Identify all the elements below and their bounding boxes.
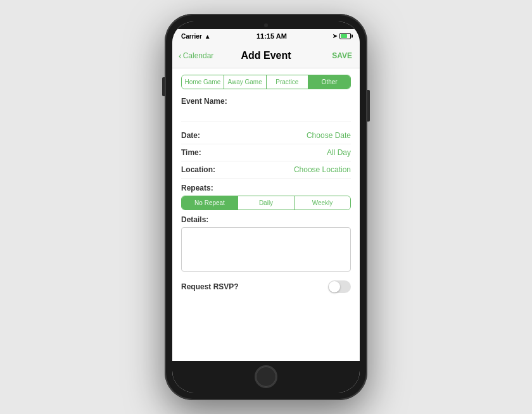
phone-device: Carrier ▲ 11:15 AM ➤ ‹ Calendar Add Even… [165, 14, 367, 400]
nav-bar: ‹ Calendar Add Event SAVE [172, 43, 360, 68]
carrier-text: Carrier [181, 33, 202, 40]
status-right: ➤ [332, 33, 351, 39]
tab-practice[interactable]: Practice [267, 75, 309, 89]
tab-away-game[interactable]: Away Game [224, 75, 267, 89]
back-label: Calendar [183, 51, 214, 60]
status-left: Carrier ▲ [181, 33, 211, 40]
phone-screen: Carrier ▲ 11:15 AM ➤ ‹ Calendar Add Even… [172, 22, 360, 392]
event-name-label: Event Name: [181, 97, 351, 106]
details-label: Details: [181, 215, 351, 224]
details-input[interactable] [181, 227, 351, 272]
battery-fill [341, 34, 347, 38]
date-value: Choose Date [307, 131, 351, 140]
tab-weekly[interactable]: Weekly [294, 196, 350, 210]
location-label: Location: [181, 165, 215, 174]
repeats-label: Repeats: [181, 184, 351, 192]
repeats-row: Repeats: No Repeat Daily Weekly [181, 184, 351, 210]
tab-daily[interactable]: Daily [238, 196, 294, 210]
battery-icon [339, 33, 351, 39]
wifi-icon: ▲ [205, 33, 211, 40]
rsvp-row: Request RSVP? [181, 280, 351, 293]
details-row: Details: [181, 215, 351, 274]
status-bar: Carrier ▲ 11:15 AM ➤ [172, 29, 360, 43]
page-title: Add Event [241, 50, 291, 61]
back-chevron-icon: ‹ [179, 51, 182, 61]
tab-other[interactable]: Other [308, 75, 350, 89]
tab-no-repeat[interactable]: No Repeat [182, 196, 238, 210]
time-value: All Day [327, 148, 351, 157]
save-button[interactable]: SAVE [332, 51, 352, 60]
home-button-area [172, 361, 360, 392]
form-content: Home Game Away Game Practice Other Event… [172, 68, 360, 361]
rsvp-label: Request RSVP? [181, 282, 239, 291]
tab-home-game[interactable]: Home Game [182, 75, 224, 89]
location-arrow-icon: ➤ [332, 33, 338, 39]
date-row[interactable]: Date: Choose Date [181, 127, 351, 144]
repeat-tabs: No Repeat Daily Weekly [181, 196, 351, 210]
toggle-knob [329, 281, 340, 292]
location-value: Choose Location [294, 165, 351, 174]
event-name-input[interactable] [181, 108, 351, 122]
camera-dot [264, 23, 268, 27]
date-label: Date: [181, 131, 200, 140]
location-row[interactable]: Location: Choose Location [181, 161, 351, 179]
event-name-row: Event Name: [181, 97, 351, 122]
rsvp-toggle[interactable] [328, 280, 351, 293]
event-type-tabs: Home Game Away Game Practice Other [181, 75, 351, 89]
top-notch [172, 22, 360, 29]
time-row[interactable]: Time: All Day [181, 144, 351, 161]
time-label: Time: [181, 148, 201, 157]
home-button[interactable] [255, 365, 277, 388]
back-button[interactable]: ‹ Calendar [179, 51, 213, 61]
status-time: 11:15 AM [256, 32, 287, 40]
